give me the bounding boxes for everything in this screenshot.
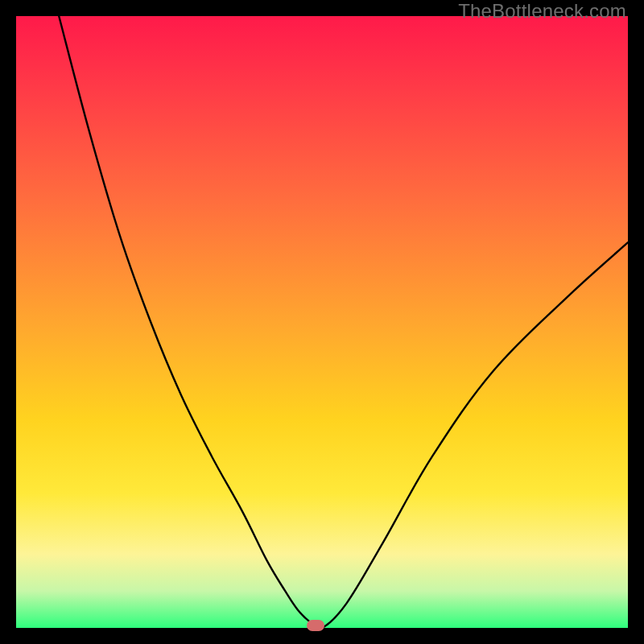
- curve-path: [59, 16, 628, 628]
- bottleneck-curve: [16, 16, 628, 628]
- optimal-marker: [307, 620, 324, 631]
- plot-area: [16, 16, 628, 628]
- watermark-text: TheBottleneck.com: [458, 0, 626, 23]
- chart-frame: TheBottleneck.com: [0, 0, 644, 644]
